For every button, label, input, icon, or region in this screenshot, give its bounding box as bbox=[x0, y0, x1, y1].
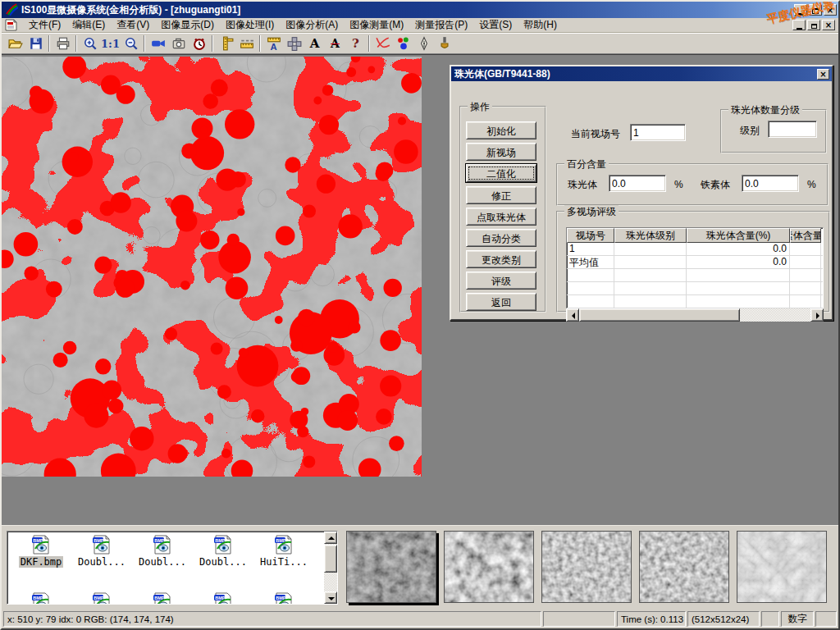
mdi-close-button[interactable]: × bbox=[822, 20, 835, 30]
actual-size-button[interactable]: 1:1 bbox=[100, 34, 121, 53]
menu-item[interactable]: 查看(V) bbox=[111, 17, 155, 33]
ruler-icon bbox=[240, 36, 254, 51]
menu-item[interactable]: 图像处理(I) bbox=[220, 17, 280, 33]
capture-camera-button[interactable] bbox=[168, 34, 189, 53]
scroll-right-button[interactable] bbox=[810, 308, 824, 322]
file-item[interactable]: BMP Doubl... bbox=[193, 535, 253, 586]
save-button[interactable] bbox=[25, 34, 46, 53]
table-row[interactable]: 平均值 0.0 bbox=[567, 256, 823, 269]
new-field-button[interactable]: 新视场 bbox=[466, 143, 536, 161]
bmp-file-icon: BMP bbox=[152, 535, 173, 555]
open-file-button[interactable] bbox=[5, 34, 25, 53]
pearlite-input[interactable] bbox=[609, 175, 666, 192]
table-row[interactable]: 1 0.0 bbox=[567, 243, 823, 256]
annotate-tool-button[interactable]: A bbox=[325, 34, 345, 53]
thumbnail-5[interactable] bbox=[737, 531, 827, 603]
video-camera-button[interactable] bbox=[148, 34, 168, 53]
file-item[interactable]: BMP bbox=[11, 592, 71, 605]
svg-text:A: A bbox=[270, 42, 276, 51]
file-row-2: BMP BMP bbox=[11, 592, 314, 605]
file-item[interactable]: BMP bbox=[253, 592, 314, 605]
auto-classify-button[interactable]: 自动分类 bbox=[466, 229, 536, 247]
vscroll-thumb[interactable] bbox=[324, 545, 337, 573]
measure-text-icon: A bbox=[267, 36, 281, 51]
menu-item[interactable]: 设置(S) bbox=[473, 17, 518, 33]
return-button[interactable]: 返回 bbox=[466, 293, 536, 311]
scroll-left-button[interactable] bbox=[566, 308, 579, 322]
caliper-button[interactable] bbox=[216, 34, 236, 53]
col-pearlite-pct[interactable]: 珠光体含量(%) bbox=[687, 228, 790, 243]
col-pearlite-grade[interactable]: 珠光体级别 bbox=[614, 228, 687, 243]
zoom-out-button[interactable] bbox=[121, 34, 141, 53]
menu-item[interactable]: 帮助(H) bbox=[518, 17, 563, 33]
hscroll-thumb[interactable] bbox=[579, 308, 740, 322]
file-item[interactable]: BMP DKF.bmp bbox=[11, 535, 71, 586]
status-mode: 数字 bbox=[781, 611, 814, 627]
title-bar[interactable]: IS100显微摄像系统(金相分析版) - [zhuguangti01] × bbox=[2, 2, 838, 18]
file-listbox[interactable]: BMP DKF.bmp bbox=[7, 531, 338, 605]
correct-button[interactable]: 修正 bbox=[466, 186, 536, 204]
bmp-file-icon: BMP bbox=[30, 535, 52, 555]
table-row[interactable] bbox=[567, 269, 823, 282]
change-class-button[interactable]: 更改类别 bbox=[466, 250, 536, 268]
status-blank-2 bbox=[761, 611, 779, 627]
thumbnail-2[interactable] bbox=[444, 531, 534, 603]
table-hscrollbar[interactable] bbox=[566, 308, 824, 322]
floppy-icon bbox=[29, 36, 43, 51]
table-group-label: 多视场评级 bbox=[564, 205, 619, 219]
grade-label: 级别 bbox=[740, 124, 760, 138]
print-button[interactable] bbox=[52, 34, 73, 53]
hscroll-track[interactable] bbox=[740, 308, 810, 322]
thumbnail-3[interactable] bbox=[541, 531, 632, 603]
pick-pearlite-button[interactable]: 点取珠光体 bbox=[466, 208, 536, 226]
toolbar-separator bbox=[368, 35, 370, 52]
percent-group: 百分含量 珠光体 % 铁素体 % bbox=[556, 163, 829, 206]
micrograph-image[interactable] bbox=[2, 57, 422, 477]
brush-button[interactable] bbox=[434, 34, 454, 53]
scroll-up-button[interactable] bbox=[324, 532, 337, 544]
thumbnail-4[interactable] bbox=[639, 531, 729, 603]
file-item[interactable]: BMP Doubl... bbox=[132, 535, 193, 586]
menu-item[interactable]: 测量报告(P) bbox=[409, 17, 473, 33]
col-ferrite-pct[interactable]: 铁素体含量(%) bbox=[790, 228, 821, 243]
thumbnail-1[interactable] bbox=[346, 531, 436, 603]
dialog-title-bar[interactable]: 珠光体(GB/T9441-88) × bbox=[451, 66, 832, 81]
grid-blocks-button[interactable] bbox=[284, 34, 304, 53]
menu-item[interactable]: 图像分析(A) bbox=[280, 17, 344, 33]
help-button[interactable]: ? bbox=[345, 34, 366, 53]
file-vscrollbar[interactable] bbox=[324, 532, 337, 604]
grade-input[interactable] bbox=[768, 121, 817, 138]
menu-item[interactable]: 编辑(E) bbox=[66, 17, 111, 33]
current-field-input[interactable] bbox=[630, 124, 686, 141]
pen-button[interactable] bbox=[413, 34, 434, 53]
col-field-no[interactable]: 视场号 bbox=[567, 228, 614, 243]
file-item[interactable]: BMP bbox=[71, 592, 132, 605]
grade-button[interactable]: 评级 bbox=[466, 272, 536, 290]
table-row[interactable] bbox=[567, 282, 823, 295]
initialize-button[interactable]: 初始化 bbox=[466, 121, 536, 139]
file-item[interactable]: BMP HuiTi... bbox=[253, 535, 314, 586]
binarize-button[interactable]: 二值化 bbox=[466, 164, 536, 182]
table-cell: 平均值 bbox=[567, 256, 614, 268]
menu-item[interactable]: 图像显示(D) bbox=[155, 17, 220, 33]
calibration-curve-button[interactable] bbox=[372, 34, 393, 53]
classify-dots-button[interactable] bbox=[393, 34, 413, 53]
ruler-button[interactable] bbox=[236, 34, 257, 53]
dialog-close-button[interactable]: × bbox=[817, 69, 829, 80]
text-tool-button[interactable]: A bbox=[304, 34, 325, 53]
file-item[interactable]: BMP Doubl... bbox=[71, 535, 132, 586]
table-row[interactable] bbox=[567, 295, 823, 308]
scroll-down-button[interactable] bbox=[324, 591, 337, 604]
file-item[interactable]: BMP bbox=[132, 592, 193, 605]
file-name: HuiTi... bbox=[258, 556, 309, 568]
file-item[interactable]: BMP bbox=[193, 592, 253, 605]
toolbar: 1:1 A A A ? bbox=[2, 33, 838, 54]
zoom-in-button[interactable] bbox=[80, 34, 100, 53]
menu-item[interactable]: 文件(F) bbox=[23, 17, 66, 33]
table-cell bbox=[790, 256, 821, 268]
mdi-restore-button[interactable] bbox=[807, 20, 820, 30]
menu-item[interactable]: 图像测量(M) bbox=[344, 17, 409, 33]
ferrite-input[interactable] bbox=[742, 175, 799, 192]
measure-text-button[interactable]: A bbox=[263, 34, 284, 53]
timer-button[interactable] bbox=[189, 34, 209, 53]
